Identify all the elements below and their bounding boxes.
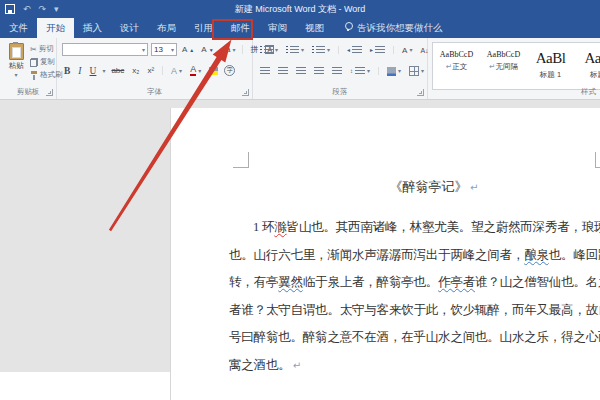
- numbering-button[interactable]: ▾: [284, 45, 306, 56]
- chevron-down-icon: ▾: [169, 47, 174, 53]
- font-name-combo[interactable]: ▾: [62, 43, 148, 56]
- cut-label: 剪切: [39, 44, 54, 54]
- style-name: 无间隔: [495, 62, 518, 71]
- text-line[interactable]: 1 环滁皆山也。其西南诸峰，林壑尤美。望之蔚然而深秀者，琅琊: [229, 214, 600, 242]
- scissors-icon: ✂: [30, 45, 37, 54]
- tab-view[interactable]: 视图: [296, 18, 333, 38]
- shrink-font-button[interactable]: A▼: [199, 44, 215, 55]
- strikethrough-button[interactable]: abc: [109, 65, 126, 76]
- style-card-normal[interactable]: AaBbCcD ↵正文: [433, 43, 480, 89]
- text-boundary-corner-mark: [233, 152, 249, 168]
- font-size-value: 13: [154, 45, 163, 54]
- underline-button[interactable]: U: [88, 65, 99, 77]
- spacing-lines-icon: [355, 67, 365, 76]
- indent-lines-icon: [375, 46, 385, 55]
- style-card-no-spacing[interactable]: AaBbCcD ↵无间隔: [480, 43, 527, 89]
- tab-layout[interactable]: 布局: [148, 18, 185, 38]
- style-preview: AaB: [574, 50, 600, 67]
- highlighter-icon: [209, 67, 218, 75]
- paragraph-group: ▾ ▾ ▾ ◂ ▸ A▾ A↓ ¶ ↕▾ ▾ ▾: [253, 38, 428, 99]
- lightbulb-icon: [345, 22, 353, 30]
- text-line[interactable]: 号曰醉翁也。醉翁之意不在酒，在乎山水之间也。山水之乐，得之心而: [229, 324, 600, 352]
- paragraph-group-label: 段落: [253, 87, 427, 97]
- align-right-button[interactable]: [294, 66, 308, 77]
- style-preview: AaBl: [527, 50, 574, 67]
- text-line[interactable]: 也。山行六七里，渐闻水声潺潺而泻出于两峰之间者，酿泉也。峰回路: [229, 242, 600, 270]
- style-preview: AaBbCcD: [480, 50, 527, 59]
- line-spacing-button[interactable]: ↕▾: [348, 66, 372, 77]
- bold-button[interactable]: B: [62, 65, 72, 77]
- tab-insert[interactable]: 插入: [74, 18, 111, 38]
- styles-group: AaBbCcD ↵正文 AaBbCcD ↵无间隔 AaBl 标题 1 AaB 标…: [428, 38, 600, 99]
- tab-file[interactable]: 文件: [0, 18, 37, 38]
- shading-button[interactable]: ▾: [385, 66, 403, 77]
- align-center-button[interactable]: [276, 66, 290, 77]
- enclose-character-button[interactable]: 字: [224, 65, 235, 76]
- tab-review[interactable]: 审阅: [259, 18, 296, 38]
- distribute-icon: [332, 67, 342, 76]
- chevron-down-icon: ▾: [14, 72, 17, 78]
- font-color-button[interactable]: A▾: [188, 64, 203, 77]
- paste-label: 粘贴: [9, 61, 24, 71]
- paragraph-dialog-launcher[interactable]: [417, 89, 424, 96]
- clipboard-icon: [9, 43, 24, 60]
- text-boundary-corner-mark: [595, 152, 600, 168]
- change-case-button[interactable]: Aa▾: [219, 44, 238, 55]
- numbered-list-icon: [286, 46, 299, 55]
- indent-lines-icon: [352, 46, 362, 55]
- chevron-down-icon: ▾: [140, 47, 145, 53]
- align-left-button[interactable]: [258, 66, 272, 77]
- divider: [242, 45, 243, 54]
- borders-button[interactable]: ▾: [407, 65, 426, 77]
- text-line[interactable]: 转，有亭翼然临于泉上者，醉翁亭也。作亭者谁？山之僧智仙也。名之: [229, 269, 600, 297]
- document-title[interactable]: 《醉翁亭记》 ↵: [229, 178, 600, 196]
- increase-indent-button[interactable]: ▸: [368, 45, 387, 56]
- justify-icon: [314, 67, 324, 76]
- text-effects-button[interactable]: A▾: [169, 65, 184, 77]
- align-left-icon: [260, 67, 270, 76]
- tab-home[interactable]: 开始: [37, 18, 74, 38]
- ribbon: 粘贴 ▾ ✂ 剪切 复制 格式刷 剪贴板: [0, 38, 600, 100]
- styles-gallery: AaBbCcD ↵正文 AaBbCcD ↵无间隔 AaBl 标题 1 AaB 标…: [432, 42, 600, 90]
- shading-bucket-icon: [387, 67, 396, 76]
- bottom-white-strip: [0, 372, 170, 400]
- style-preview: AaBbCcD: [433, 50, 480, 59]
- superscript-button[interactable]: x²: [145, 65, 156, 76]
- tab-design[interactable]: 设计: [111, 18, 148, 38]
- divider: [338, 46, 339, 54]
- paste-button[interactable]: 粘贴 ▾: [4, 43, 28, 78]
- style-card-heading1[interactable]: AaBl 标题 1: [527, 43, 574, 89]
- tell-me-box[interactable]: 告诉我你想要做什么: [345, 18, 443, 38]
- copy-label: 复制: [40, 57, 55, 67]
- multilevel-list-icon: [312, 46, 325, 55]
- align-center-icon: [278, 67, 288, 76]
- asian-layout-button[interactable]: A▾: [400, 45, 414, 56]
- text-line[interactable]: 寓之酒也。 ↵: [229, 352, 600, 380]
- chevron-down-icon[interactable]: ▾: [102, 68, 105, 74]
- decrease-indent-button[interactable]: ◂: [345, 45, 364, 56]
- ribbon-tab-row: 文件 开始 插入 设计 布局 引用 邮件 审阅 视图 告诉我你想要做什么: [0, 18, 600, 38]
- style-name: 正文: [452, 62, 467, 71]
- italic-button[interactable]: I: [76, 65, 83, 77]
- highlight-button[interactable]: [207, 66, 220, 76]
- font-size-combo[interactable]: 13 ▾: [151, 43, 177, 56]
- divider: [162, 66, 163, 75]
- bullets-button[interactable]: ▾: [258, 45, 280, 56]
- style-card-heading2[interactable]: AaB 标题: [574, 43, 600, 89]
- format-painter-icon: [30, 71, 38, 80]
- review-tab-highlight-box: [212, 19, 253, 40]
- document-body: 1 环滁皆山也。其西南诸峰，林壑尤美。望之蔚然而深秀者，琅琊 也。山行六七里，渐…: [229, 214, 600, 379]
- multilevel-list-button[interactable]: ▾: [310, 45, 332, 56]
- distribute-button[interactable]: [330, 66, 344, 77]
- clipboard-dialog-launcher[interactable]: [46, 89, 53, 96]
- borders-grid-icon: [409, 66, 419, 76]
- document-area: 《醉翁亭记》 ↵ 1 环滁皆山也。其西南诸峰，林壑尤美。望之蔚然而深秀者，琅琊 …: [0, 100, 600, 400]
- justify-button[interactable]: [312, 66, 326, 77]
- subscript-button[interactable]: x₂: [130, 65, 141, 76]
- font-group: ▾ 13 ▾ A▲ A▼ Aa▾ 拼 A B I U ▾ abc x₂: [57, 38, 253, 99]
- grow-font-button[interactable]: A▲: [180, 44, 196, 55]
- text-line[interactable]: 者谁？太守自谓也。太守与客来饮于此，饮少辄醉，而年又最高，故自: [229, 297, 600, 325]
- document-page[interactable]: 《醉翁亭记》 ↵ 1 环滁皆山也。其西南诸峰，林壑尤美。望之蔚然而深秀者，琅琊 …: [170, 108, 600, 400]
- font-dialog-launcher[interactable]: [242, 89, 249, 96]
- title-bar: ↶ ↷ ▾ 新建 Microsoft Word 文档 - Word: [0, 0, 600, 18]
